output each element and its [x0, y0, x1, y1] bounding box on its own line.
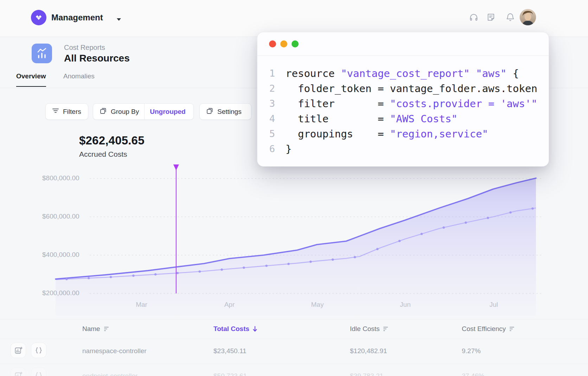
- sort-desc-arrow-icon: [253, 326, 257, 332]
- row-actions: [11, 343, 46, 358]
- cell-eff: 9.27%: [462, 347, 481, 355]
- code-line: 5 groupings = "region,service": [257, 126, 549, 141]
- add-chart-button[interactable]: [11, 343, 26, 358]
- x-axis-label: Jul: [478, 301, 510, 309]
- x-axis-label: May: [301, 301, 333, 309]
- code-text: resource "vantage_cost_report" "aws" {: [275, 67, 519, 79]
- headphones-icon[interactable]: [469, 12, 479, 22]
- accrued-costs-amount: $262,405.65: [79, 134, 145, 147]
- line-number: 1: [257, 68, 275, 79]
- group-by-stack-icon: [100, 107, 107, 116]
- y-axis-label: $600,000.00: [42, 213, 79, 220]
- code-window-titlebar: [257, 32, 549, 56]
- feedback-note-icon[interactable]: [486, 12, 496, 22]
- group-by-label: Group By: [111, 108, 139, 116]
- line-number: 2: [257, 83, 275, 94]
- vantage-logo-icon[interactable]: [31, 10, 46, 25]
- tab-overview[interactable]: Overview: [16, 72, 46, 87]
- cell-total: $50,723.61: [213, 372, 247, 376]
- code-body: 1resource "vantage_cost_report" "aws" {2…: [257, 56, 549, 156]
- group-by-value[interactable]: Ungrouped: [150, 108, 185, 116]
- code-line: 4 title = "AWS Costs": [257, 111, 549, 126]
- settings-button[interactable]: Settings: [199, 103, 251, 120]
- data-point-dot: [243, 267, 245, 269]
- column-header-eff[interactable]: Cost Efficiency: [462, 325, 516, 333]
- data-point-dot: [465, 221, 467, 223]
- page-title: All Resources: [64, 53, 130, 64]
- cell-eff: 37.46%: [462, 372, 484, 376]
- data-point-dot: [265, 265, 267, 267]
- data-point-dot: [398, 240, 401, 242]
- cost-chart[interactable]: $800,000.00$600,000.00$400,000.00$200,00…: [0, 155, 549, 323]
- table-header-row: NameTotal CostsIdle CostsCost Efficiency: [0, 319, 588, 339]
- table-row[interactable]: namespace-controller$23,450.11$120,482.9…: [0, 339, 588, 364]
- data-point-dot: [287, 263, 289, 265]
- y-axis-label: $200,000.00: [42, 289, 79, 297]
- data-point-dot: [487, 217, 489, 219]
- code-line: 1resource "vantage_cost_report" "aws" {: [257, 66, 549, 81]
- settings-label: Settings: [217, 108, 242, 116]
- cell-name: namespace-controller: [82, 347, 147, 355]
- add-chart-button[interactable]: [11, 368, 26, 376]
- code-text: filter = "costs.provider = 'aws'": [275, 98, 537, 110]
- sort-icon: [383, 326, 389, 332]
- workspace-name[interactable]: Management: [51, 13, 103, 22]
- filters-label: Filters: [63, 108, 81, 116]
- line-number: 3: [257, 98, 275, 109]
- resources-table: NameTotal CostsIdle CostsCost Efficiency…: [0, 319, 588, 376]
- y-axis-label: $400,000.00: [42, 251, 79, 259]
- group-by-button[interactable]: Group By Ungrouped: [93, 103, 194, 120]
- bell-icon[interactable]: [505, 12, 515, 22]
- filters-button[interactable]: Filters: [45, 103, 88, 120]
- button-divider: [144, 103, 145, 120]
- column-header-idle[interactable]: Idle Costs: [350, 325, 389, 333]
- row-actions: [11, 368, 46, 376]
- data-point-dot: [443, 226, 445, 228]
- tab-anomalies[interactable]: Anomalies: [63, 72, 95, 86]
- code-editor-window[interactable]: 1resource "vantage_cost_report" "aws" {2…: [257, 32, 549, 167]
- data-point-dot: [509, 211, 511, 213]
- code-braces-button[interactable]: [31, 368, 46, 376]
- column-header-name[interactable]: Name: [82, 325, 110, 333]
- data-point-dot: [132, 274, 134, 277]
- x-axis-label: Jun: [389, 301, 421, 309]
- filter-icon: [52, 108, 59, 116]
- column-header-total[interactable]: Total Costs: [213, 325, 257, 333]
- table-body: namespace-controller$23,450.11$120,482.9…: [0, 339, 588, 376]
- chart-cursor-handle[interactable]: [173, 164, 179, 170]
- code-line: 3 filter = "costs.provider = 'aws'": [257, 96, 549, 111]
- code-text: title = "AWS Costs": [275, 113, 458, 125]
- data-point-dot: [199, 270, 201, 272]
- data-point-dot: [376, 248, 378, 250]
- traffic-light-close-button[interactable]: [269, 40, 276, 47]
- traffic-light-zoom-button[interactable]: [292, 40, 299, 47]
- data-point-dot: [65, 278, 68, 280]
- cell-total: $23,450.11: [213, 347, 247, 355]
- code-text: }: [275, 143, 292, 155]
- cell-idle: $39,783.21: [350, 372, 383, 376]
- cell-name: endpoint-controller: [82, 372, 138, 376]
- data-point-dot: [177, 272, 179, 274]
- table-row[interactable]: endpoint-controller$50,723.61$39,783.213…: [0, 364, 588, 376]
- sort-icon: [103, 326, 110, 332]
- x-axis-label: Mar: [126, 301, 158, 309]
- traffic-light-minimize-button[interactable]: [280, 40, 287, 47]
- line-number: 6: [257, 143, 275, 154]
- app-root: Management: [0, 0, 588, 376]
- column-label: Idle Costs: [350, 325, 379, 333]
- avatar[interactable]: [520, 9, 536, 25]
- data-point-dot: [354, 256, 356, 258]
- line-number: 5: [257, 128, 275, 139]
- column-label: Name: [82, 325, 100, 333]
- sort-icon: [509, 326, 516, 332]
- line-number: 4: [257, 113, 275, 124]
- top-header: Management: [0, 0, 588, 37]
- chevron-down-icon[interactable]: [116, 16, 122, 22]
- data-point-dot: [531, 207, 533, 209]
- data-point-dot: [421, 233, 423, 235]
- code-braces-button[interactable]: [31, 343, 46, 358]
- logo-diamonds: [33, 12, 44, 23]
- x-axis-label: Apr: [213, 301, 245, 309]
- cost-chart-canvas[interactable]: [0, 155, 549, 323]
- code-line: 6}: [257, 141, 549, 156]
